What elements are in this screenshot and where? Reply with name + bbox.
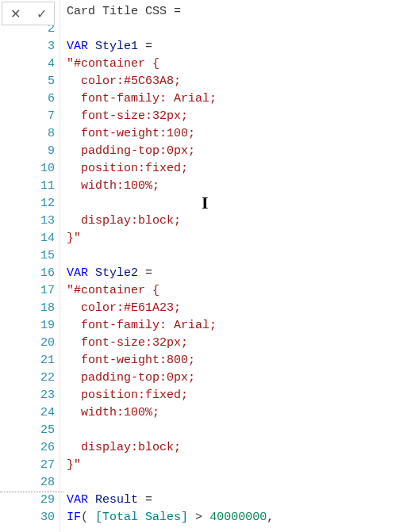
code-token: padding-top:0px;	[67, 144, 195, 158]
dax-editor: 1234567891011121314151617181920212223242…	[0, 0, 411, 532]
code-token	[88, 266, 95, 280]
code-token: =	[174, 5, 181, 18]
code-line[interactable]: display:block;	[67, 212, 411, 230]
code-token	[138, 40, 145, 53]
code-token: (	[81, 511, 88, 524]
x-icon: ✕	[10, 6, 21, 21]
code-token: font-weight:800;	[67, 354, 195, 367]
formula-toolbar: ✕ ✓	[2, 2, 55, 25]
code-token: padding-top:0px;	[67, 371, 195, 385]
line-number: 16	[0, 265, 60, 282]
code-line[interactable]: position:fixed;	[67, 387, 411, 404]
line-number: 26	[0, 439, 60, 457]
code-token: [Total Sales]	[95, 511, 188, 524]
code-line[interactable]: VAR Style2 =	[67, 265, 411, 282]
code-token: =	[145, 266, 152, 280]
line-number: 23	[0, 387, 60, 404]
code-line[interactable]: font-weight:800;	[67, 352, 411, 369]
code-token	[202, 511, 209, 524]
code-line[interactable]: IF( [Total Sales] > 40000000,	[67, 509, 411, 526]
code-token: IF	[67, 511, 81, 524]
code-line[interactable]: VAR Style1 =	[67, 38, 411, 55]
line-number-gutter: 1234567891011121314151617181920212223242…	[0, 0, 60, 532]
code-line[interactable]	[67, 195, 411, 212]
code-line[interactable]: }"	[67, 230, 411, 247]
code-line[interactable]: font-family: Arial;	[67, 317, 411, 335]
code-token: position:fixed;	[67, 388, 188, 402]
line-number: 29	[0, 492, 60, 509]
line-number: 28	[0, 474, 60, 492]
code-token: =	[145, 493, 152, 507]
code-line[interactable]: "#container {	[67, 282, 411, 300]
code-token: Result	[95, 493, 138, 507]
code-token: VAR	[67, 266, 88, 280]
line-number: 18	[0, 300, 60, 317]
code-token: width:100%;	[67, 406, 159, 419]
line-number: 30	[0, 509, 60, 526]
code-line[interactable]	[67, 422, 411, 439]
code-line[interactable]	[67, 21, 411, 38]
line-number: 12	[0, 195, 60, 212]
line-number: 9	[0, 143, 60, 160]
code-token: Style2	[95, 266, 138, 280]
code-token	[88, 493, 95, 507]
code-token: display:block;	[67, 441, 181, 454]
code-line[interactable]: }"	[67, 457, 411, 474]
code-token	[138, 266, 145, 280]
code-token	[88, 40, 95, 53]
code-line[interactable]: "#container {	[67, 55, 411, 73]
line-number: 6	[0, 90, 60, 108]
line-number: 7	[0, 108, 60, 125]
code-token: width:100%;	[67, 179, 159, 193]
line-number: 13	[0, 212, 60, 230]
code-line[interactable]: padding-top:0px;	[67, 369, 411, 387]
code-line[interactable]: color:#5C63A8;	[67, 73, 411, 90]
code-token: Card Title CSS	[67, 5, 174, 18]
code-line[interactable]: Card Title CSS =	[67, 3, 411, 21]
code-token: font-size:32px;	[67, 336, 188, 350]
line-number: 17	[0, 282, 60, 300]
line-number: 19	[0, 317, 60, 335]
line-number: 15	[0, 247, 60, 265]
code-token: color:#E61A23;	[67, 301, 181, 315]
code-token: font-family: Arial;	[67, 92, 217, 105]
code-token	[138, 493, 145, 507]
code-line[interactable]: VAR Result =	[67, 492, 411, 509]
code-line[interactable]: font-family: Arial;	[67, 90, 411, 108]
commit-button[interactable]: ✓	[28, 2, 54, 25]
code-line[interactable]: position:fixed;	[67, 160, 411, 178]
line-number: 20	[0, 335, 60, 352]
line-number: 4	[0, 55, 60, 73]
line-number: 27	[0, 457, 60, 474]
code-token: VAR	[67, 40, 88, 53]
code-token: "#container {	[67, 284, 159, 297]
code-line[interactable]: display:block;	[67, 439, 411, 457]
code-line[interactable]: color:#E61A23;	[67, 300, 411, 317]
code-line[interactable]: font-size:32px;	[67, 108, 411, 125]
code-token: display:block;	[67, 214, 181, 228]
code-line[interactable]	[67, 474, 411, 492]
code-token: font-family: Arial;	[67, 319, 217, 332]
code-area[interactable]: I Card Title CSS =VAR Style1 ="#containe…	[60, 0, 411, 532]
cancel-button[interactable]: ✕	[2, 2, 28, 25]
code-token: font-size:32px;	[67, 109, 188, 123]
code-token: 40000000	[209, 511, 267, 524]
line-number: 24	[0, 404, 60, 422]
code-token: Style1	[95, 40, 138, 53]
code-token: }"	[67, 458, 81, 472]
code-line[interactable]	[67, 247, 411, 265]
code-line[interactable]: width:100%;	[67, 178, 411, 195]
code-token: }"	[67, 232, 81, 245]
line-number: 21	[0, 352, 60, 369]
code-token: "#container {	[67, 57, 159, 71]
line-number: 22	[0, 369, 60, 387]
code-line[interactable]: font-size:32px;	[67, 335, 411, 352]
code-token: =	[145, 40, 152, 53]
code-line[interactable]: font-weight:100;	[67, 125, 411, 143]
line-number: 14	[0, 230, 60, 247]
dotted-divider	[0, 492, 63, 492]
code-line[interactable]: padding-top:0px;	[67, 143, 411, 160]
code-line[interactable]: width:100%;	[67, 404, 411, 422]
line-number: 25	[0, 422, 60, 439]
code-token: position:fixed;	[67, 162, 188, 175]
